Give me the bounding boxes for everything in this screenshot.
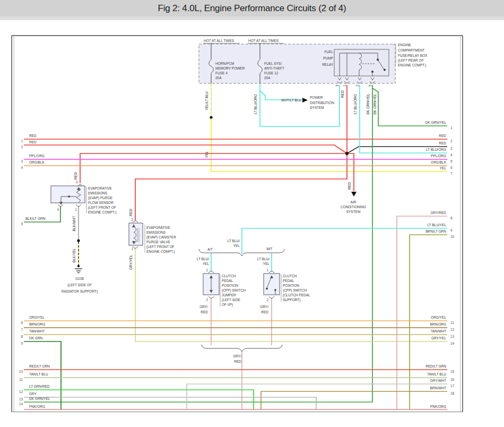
svg-text:RED: RED	[234, 360, 241, 363]
svg-text:PEDAL: PEDAL	[283, 279, 294, 283]
evap-valve-label: EVAPORATIVE EMISSIONS (EVAP) CANISTER PU…	[146, 226, 176, 254]
row-label: DK GRN/YEL	[425, 121, 447, 124]
svg-text:LT BLU/ORG: LT BLU/ORG	[254, 94, 257, 114]
svg-text:LT BLU/ORG: LT BLU/ORG	[353, 94, 357, 114]
svg-text:1: 1	[450, 126, 453, 130]
svg-text:8: 8	[21, 335, 23, 338]
row-label: TAN/LT BLU	[29, 372, 48, 376]
svg-text:PEDAL: PEDAL	[222, 279, 233, 283]
svg-text:LT BLU/: LT BLU/	[228, 239, 240, 243]
connector-arc	[76, 204, 81, 207]
row-label: TAN/WHT	[431, 329, 446, 333]
svg-text:DISTRIBUTION: DISTRIBUTION	[310, 101, 334, 105]
wire-ltgrnred	[24, 390, 254, 410]
svg-text:YEL: YEL	[203, 262, 210, 266]
svg-text:16: 16	[450, 378, 455, 381]
svg-text:FUEL: FUEL	[324, 50, 333, 54]
ac-arrow-icon	[351, 192, 357, 197]
svg-text:RADIATOR SUPPORT): RADIATOR SUPPORT)	[62, 289, 98, 294]
svg-text:(LEFT FRONT OF: (LEFT FRONT OF	[88, 206, 116, 210]
row-label: ORG/YEL	[431, 315, 446, 319]
merge-brace	[202, 345, 282, 352]
svg-text:CLUTCH: CLUTCH	[283, 274, 297, 278]
svg-text:3: 3	[75, 180, 77, 184]
svg-text:2: 2	[266, 298, 268, 302]
at-label: A/T	[207, 247, 213, 251]
svg-text:12: 12	[19, 390, 23, 394]
svg-text:GRY/: GRY/	[199, 305, 208, 309]
fuse-relay-box: HOT AT ALL TIMES HOT AT ALL TIMES HORN/P…	[199, 39, 428, 87]
svg-text:8: 8	[450, 216, 453, 220]
svg-text:4: 4	[57, 208, 59, 211]
svg-text:13: 13	[450, 335, 455, 338]
svg-text:BLK/YEL: BLK/YEL	[72, 248, 76, 262]
svg-text:(CPP) SWITCH: (CPP) SWITCH	[222, 288, 246, 293]
wiring-diagram-page: Fig 2: 4.0L, Engine Performance Circuits…	[0, 0, 504, 427]
junction-dots	[77, 116, 349, 267]
connector-arc	[208, 271, 214, 274]
svg-text:BLK/WHT: BLK/WHT	[72, 216, 76, 232]
svg-text:2: 2	[450, 139, 453, 143]
svg-text:SUPPORT): SUPPORT)	[283, 298, 300, 302]
svg-text:9: 9	[450, 228, 453, 232]
engine-compartment-label: ENGINE COMPARTMENT FUSE/RELAY BOX (LEFT …	[398, 43, 428, 67]
svg-text:PURGE VALVE: PURGE VALVE	[146, 240, 171, 244]
row-label: DK GRN/YEL	[29, 397, 50, 400]
row-label: TAN/WHT	[29, 329, 45, 333]
mt-label: M/T	[266, 247, 272, 251]
svg-text:HORN/PCM: HORN/PCM	[215, 62, 234, 65]
wire-ltbluyel	[242, 228, 447, 254]
row-label: BLK/LT GRN	[25, 217, 46, 220]
svg-text:RED: RED	[129, 209, 133, 216]
connector-arc	[58, 204, 63, 207]
svg-text:ANTI-THEFT: ANTI-THEFT	[264, 66, 284, 70]
row-label: PPL/ORG	[29, 154, 45, 158]
ac-system-ref: AIR CONDITIONING SYSTEM	[341, 200, 366, 214]
svg-text:ENGINE COMPT.): ENGINE COMPT.)	[146, 250, 175, 254]
row-label: GRY/YEL	[431, 336, 446, 340]
svg-text:9: 9	[21, 341, 23, 345]
svg-text:3: 3	[335, 84, 339, 87]
wire-red-row2	[24, 145, 347, 153]
row-label: BRN/LT GRN	[425, 229, 446, 233]
svg-text:1: 1	[266, 268, 268, 272]
svg-text:17: 17	[450, 384, 455, 388]
row-label: ORG/YEL	[29, 315, 45, 319]
svg-text:SYSTEM: SYSTEM	[346, 210, 361, 214]
svg-text:RED: RED	[261, 310, 268, 314]
left-edge-rows: RED1 RED2 PPL/ORG3 ORG/BLK4 BLK/LT GRN5 …	[19, 134, 50, 408]
connector-arc	[133, 221, 138, 223]
svg-text:MEMORY POWER: MEMORY POWER	[215, 66, 245, 70]
svg-text:EMISSIONS: EMISSIONS	[88, 191, 108, 195]
svg-text:1: 1	[206, 268, 208, 272]
svg-text:JUMPER: JUMPER	[222, 293, 236, 297]
power-dist-arrow-icon	[302, 98, 308, 103]
connector-arc	[208, 296, 214, 298]
svg-text:CONDITIONING: CONDITIONING	[341, 205, 366, 209]
row-label: BRN/ORG	[29, 322, 45, 326]
svg-text:RED: RED	[201, 310, 208, 314]
svg-text:5: 5	[21, 222, 23, 226]
svg-text:POSITION: POSITION	[222, 284, 238, 287]
row-label: YEL	[440, 166, 447, 170]
wire-dkgrnyel-main	[24, 85, 372, 402]
svg-text:5: 5	[368, 84, 372, 87]
row-label: ORG/BLK	[29, 160, 45, 164]
evap-canister-purge-valve: 2 1 EVAPORATIVE EMISSIONS (EVAP) CANISTE…	[129, 218, 176, 254]
svg-text:ENGINE COMPT.): ENGINE COMPT.)	[398, 63, 426, 67]
svg-text:FUSE/RELAY BOX: FUSE/RELAY BOX	[398, 54, 428, 57]
svg-text:FUSE 12: FUSE 12	[264, 71, 279, 75]
row-label: RED	[29, 140, 37, 144]
wire-ltblu-org-fuse	[260, 83, 340, 126]
svg-text:GRY/: GRY/	[233, 354, 241, 358]
row-label: GRY/WHT	[430, 379, 446, 382]
connector-arc	[133, 246, 138, 249]
svg-text:1: 1	[21, 139, 23, 143]
svg-text:ENGINE COMPT.): ENGINE COMPT.)	[88, 210, 116, 215]
svg-text:(CPP) SWITCH: (CPP) SWITCH	[283, 288, 307, 293]
svg-text:(EVAP) CANISTER: (EVAP) CANISTER	[146, 235, 176, 240]
row-label: BRN/ORG	[430, 322, 446, 326]
right-edge-rows: DK GRN/YEL1 RED2 RED3 LT BLU/ORG4 PPL/OR…	[425, 121, 455, 408]
svg-text:RED: RED	[347, 182, 351, 190]
svg-text:6: 6	[450, 166, 453, 169]
